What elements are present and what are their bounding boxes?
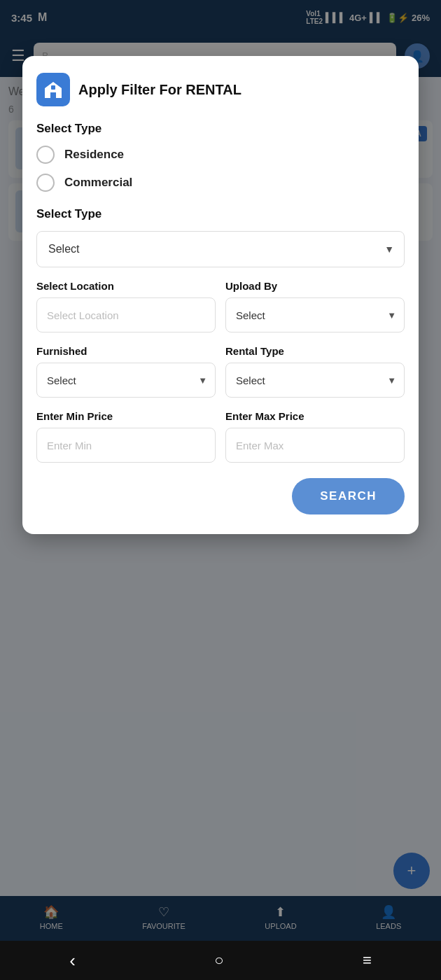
radio-circle-residence xyxy=(36,146,55,164)
location-placeholder: Select Location xyxy=(47,309,119,321)
android-back-button[interactable]: ‹ xyxy=(69,950,76,972)
max-price-group: Enter Max Price xyxy=(225,410,405,463)
modal-header: Apply Filter For RENTAL xyxy=(36,73,405,106)
furnished-arrow-icon: ▼ xyxy=(198,375,207,386)
android-home-button[interactable]: ○ xyxy=(214,951,223,969)
min-price-label: Enter Min Price xyxy=(36,410,216,422)
furnished-select-wrapper: Select ▼ xyxy=(36,363,216,398)
min-price-input[interactable] xyxy=(36,428,216,463)
location-select-wrapper: Select Location xyxy=(36,298,216,332)
location-input[interactable]: Select Location xyxy=(36,298,216,332)
modal-title: Apply Filter For RENTAL xyxy=(78,82,241,98)
furnished-label: Furnished xyxy=(36,345,216,357)
rentaltype-dropdown[interactable]: Select ▼ xyxy=(225,363,405,398)
radio-residence[interactable]: Residence xyxy=(36,146,405,164)
filter-modal: Apply Filter For RENTAL Select Type Resi… xyxy=(22,56,419,534)
uploadby-dropdown[interactable]: Select ▼ xyxy=(225,298,405,332)
search-btn-row: SEARCH xyxy=(36,478,405,514)
max-price-input[interactable] xyxy=(225,428,405,463)
min-price-group: Enter Min Price xyxy=(36,410,216,463)
uploadby-arrow-icon: ▼ xyxy=(387,310,396,321)
android-menu-button[interactable]: ≡ xyxy=(363,951,372,969)
location-label: Select Location xyxy=(36,280,216,292)
select-type-wrapper: Select ▼ xyxy=(36,231,405,267)
search-button[interactable]: SEARCH xyxy=(292,478,405,514)
rentaltype-select-wrapper: Select ▼ xyxy=(225,363,405,398)
rentaltype-group: Rental Type Select ▼ xyxy=(225,345,405,398)
uploadby-label: Upload By xyxy=(225,280,405,292)
uploadby-value: Select xyxy=(236,309,265,321)
select-type-heading: Select Type xyxy=(36,122,405,136)
svg-rect-1 xyxy=(51,85,55,90)
max-price-label: Enter Max Price xyxy=(225,410,405,422)
select-type-arrow-icon: ▼ xyxy=(384,244,394,255)
select-type-dropdown-heading: Select Type xyxy=(36,207,405,221)
location-group: Select Location Select Location xyxy=(36,280,216,332)
location-uploadby-row: Select Location Select Location Upload B… xyxy=(36,280,405,332)
radio-label-commercial: Commercial xyxy=(64,176,132,190)
furnished-value: Select xyxy=(47,374,76,386)
rentaltype-label: Rental Type xyxy=(225,345,405,357)
radio-commercial[interactable]: Commercial xyxy=(36,174,405,192)
app-logo xyxy=(36,73,70,106)
radio-label-residence: Residence xyxy=(64,148,124,162)
android-nav: ‹ ○ ≡ xyxy=(0,941,441,980)
furnished-rentaltype-row: Furnished Select ▼ Rental Type Select ▼ xyxy=(36,345,405,398)
uploadby-select-wrapper: Select ▼ xyxy=(225,298,405,332)
furnished-dropdown[interactable]: Select ▼ xyxy=(36,363,216,398)
rentaltype-value: Select xyxy=(236,374,265,386)
select-type-dropdown[interactable]: Select ▼ xyxy=(36,231,405,267)
furnished-group: Furnished Select ▼ xyxy=(36,345,216,398)
rentaltype-arrow-icon: ▼ xyxy=(387,375,396,386)
radio-circle-commercial xyxy=(36,174,55,192)
price-row: Enter Min Price Enter Max Price xyxy=(36,410,405,463)
select-type-value: Select xyxy=(48,243,79,255)
uploadby-group: Upload By Select ▼ xyxy=(225,280,405,332)
radio-group: Residence Commercial xyxy=(36,146,405,192)
